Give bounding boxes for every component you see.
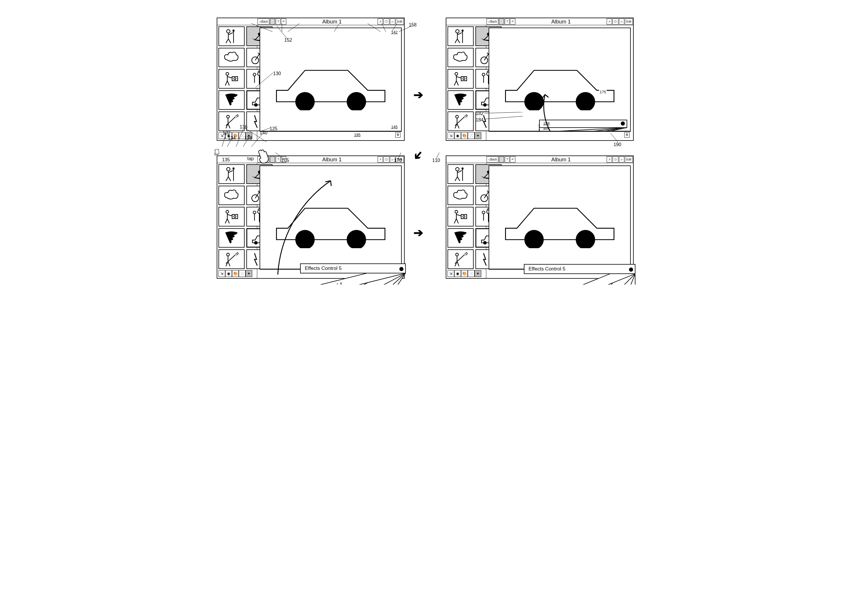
thumb-clouds[interactable] <box>448 48 474 67</box>
info-button[interactable]: ⓘ <box>384 157 389 163</box>
edit-button[interactable]: Edit <box>625 157 633 163</box>
thumb-clouds[interactable] <box>218 48 244 67</box>
share-button[interactable]: ↗ <box>378 19 383 25</box>
tool-brushes[interactable]: ⵘ <box>239 270 246 277</box>
undo-button[interactable]: ↶ <box>510 19 515 25</box>
car-image <box>498 59 622 110</box>
thumb-photographer[interactable] <box>218 207 244 226</box>
thumb-clouds[interactable] <box>448 186 474 205</box>
grid-toggle[interactable] <box>499 19 504 25</box>
toolbar: Back ? ↶ Album 1 ↗ ⓘ ▱ Edit <box>217 156 404 163</box>
fan-pivot[interactable] <box>399 267 403 271</box>
thumb-singer[interactable] <box>218 164 244 184</box>
tool-brushes[interactable]: ⵘ <box>468 132 474 139</box>
ref-182: 182 <box>476 111 484 116</box>
ref-190: 190 <box>613 142 621 147</box>
ref-132: 132 <box>222 130 230 135</box>
thumb-guitarist[interactable] <box>448 112 474 131</box>
thumb-photographer[interactable] <box>218 69 244 88</box>
flow-arrow-3: ➔ <box>414 226 423 239</box>
tool-effects[interactable]: ✦ <box>474 270 481 277</box>
canvas[interactable]: 142 145 <box>260 28 402 132</box>
toolbar: Back ? ↶ Album 1 ↗ ⓘ ▱ Edit <box>446 18 633 25</box>
thumb-clouds[interactable] <box>218 186 244 205</box>
grid-toggle[interactable] <box>270 19 275 25</box>
tool-crop[interactable]: ⇲ <box>448 132 454 139</box>
tool-effects[interactable]: ✦ <box>474 132 481 139</box>
tool-aperture[interactable]: ◉ <box>454 132 461 139</box>
thumb-photographer[interactable] <box>448 207 474 226</box>
help-button[interactable]: ? <box>505 157 509 163</box>
tool-brushes[interactable]: ⵘ <box>468 270 474 277</box>
tool-crop[interactable]: ⇲ <box>448 270 454 277</box>
back-button[interactable]: Back <box>487 19 498 25</box>
undo-button[interactable]: ↶ <box>281 19 286 25</box>
canvas[interactable]: Effects Control 1180 x x 186 188 175 <box>488 28 631 132</box>
car-image <box>498 197 622 248</box>
ref-134: 134 <box>228 135 236 141</box>
effects-card-5[interactable]: 188 <box>539 120 627 128</box>
thumb-tornado[interactable] <box>218 90 244 110</box>
info-button[interactable]: ⓘ <box>384 19 389 25</box>
tap-label: tap <box>247 156 254 161</box>
thumb-guitarist[interactable] <box>448 250 474 269</box>
info-button[interactable]: ⓘ <box>613 19 618 25</box>
info-button[interactable]: ⓘ <box>613 157 618 163</box>
share-button[interactable]: ↗ <box>607 157 612 163</box>
tool-row: ⇲◉🎨ⵘ✦ <box>448 132 485 139</box>
tool-palette[interactable]: 🎨 <box>232 270 239 277</box>
back-button[interactable]: Back <box>487 157 498 163</box>
thumbnail-sidebar: ⇲◉🎨ⵘ✦ <box>217 25 257 140</box>
settings-icon[interactable]: ⚙ <box>395 132 401 138</box>
edit-button[interactable]: Edit <box>625 19 633 25</box>
tool-aperture[interactable]: ◉ <box>454 270 461 277</box>
effects-card-5[interactable]: Effects Control 5 <box>300 264 406 273</box>
toolbar: Back ? ↶ Album 1 ↗ ⓘ ▱ Edit <box>446 156 633 163</box>
thumb-guitarist[interactable] <box>218 250 244 269</box>
ref-175: 175 <box>599 90 607 94</box>
thumb-photographer[interactable] <box>448 69 474 88</box>
thumb-tornado[interactable] <box>448 228 474 248</box>
tool-palette[interactable]: 🎨 <box>461 270 468 277</box>
fan-pivot[interactable] <box>629 268 633 272</box>
ref-138: 138 <box>244 135 252 141</box>
tool-palette[interactable]: 🎨 <box>461 132 468 139</box>
thumb-singer[interactable] <box>448 26 474 46</box>
crop-button[interactable]: ▱ <box>619 157 624 163</box>
tool-aperture[interactable]: ◉ <box>225 270 232 277</box>
thumb-tornado[interactable] <box>218 228 244 248</box>
ref-142: 142 <box>390 30 398 34</box>
edit-button[interactable]: Edit <box>396 19 404 25</box>
thumb-grid <box>218 26 256 131</box>
thumb-singer[interactable] <box>448 164 474 184</box>
panel-110: Back ? ↶ Album 1 ↗ ⓘ ▱ Edit ⇲◉🎨ⵘ✦ <box>446 18 634 141</box>
share-button[interactable]: ↗ <box>378 157 383 163</box>
crop-button[interactable]: ▱ <box>619 19 624 25</box>
ref-152: 152 <box>284 37 292 43</box>
ref-140: 140 <box>260 130 268 135</box>
help-button[interactable]: ? <box>276 19 280 25</box>
ref-195: 195 <box>353 133 361 137</box>
settings-icon[interactable]: ⚙ <box>624 132 630 138</box>
back-button[interactable]: Back <box>258 19 269 25</box>
thumb-singer[interactable] <box>218 26 244 46</box>
canvas[interactable]: Effects Control 1 Effects Control 2 Effe… <box>488 166 631 269</box>
ref-170: 170 <box>394 158 402 163</box>
thumb-tornado[interactable] <box>448 90 474 110</box>
canvas[interactable]: Effects Control 1 Effects Control 2 Effe… <box>260 166 402 269</box>
undo-button[interactable]: ↶ <box>510 157 515 163</box>
car-image <box>269 197 393 248</box>
thumbnail-sidebar: ⇲◉🎨ⵘ✦ <box>446 163 486 278</box>
flow-arrow-1: ➔ <box>414 88 423 101</box>
page-title: Album 1 <box>516 18 607 25</box>
tool-effects[interactable]: ✦ <box>246 270 252 277</box>
share-button[interactable]: ↗ <box>607 19 612 25</box>
crop-button[interactable]: ▱ <box>390 19 395 25</box>
grid-toggle[interactable] <box>499 157 504 163</box>
ref-130: 130 <box>273 71 281 76</box>
help-button[interactable]: ? <box>276 157 280 163</box>
effects-card-5[interactable]: Effects Control 5 <box>524 264 635 274</box>
help-button[interactable]: ? <box>505 19 509 25</box>
fan-pivot[interactable] <box>621 121 625 126</box>
tool-crop[interactable]: ⇲ <box>218 270 225 277</box>
